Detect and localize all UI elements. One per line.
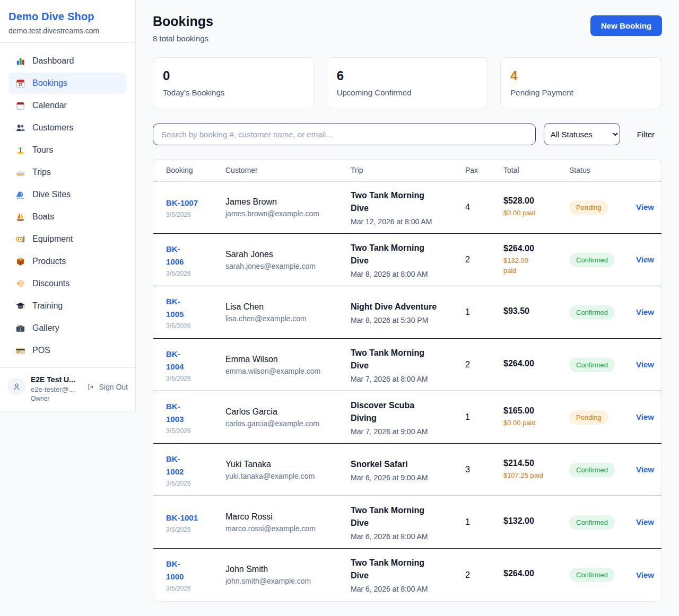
new-booking-button[interactable]: New Booking bbox=[590, 15, 662, 36]
stat-card-pending-payment: 4 Pending Payment bbox=[500, 57, 662, 109]
status-cell: Confirmed bbox=[569, 515, 636, 530]
actions-cell: View bbox=[636, 255, 654, 265]
col-trip: Trip bbox=[351, 166, 465, 174]
customer-email: marco.rossi@example.com bbox=[225, 524, 351, 533]
booking-id-link[interactable]: BK- 1006 bbox=[166, 243, 184, 268]
total-cell: $214.50 $107.25 paid bbox=[503, 459, 569, 481]
status-badge: Confirmed bbox=[569, 358, 615, 372]
customer-name: James Brown bbox=[225, 197, 351, 207]
col-total: Total bbox=[503, 166, 569, 174]
sidebar-item-dive-sites[interactable]: Dive Sites bbox=[8, 184, 127, 205]
trip-name: Snorkel Safari bbox=[351, 458, 465, 471]
view-link[interactable]: View bbox=[636, 255, 654, 264]
trip-cell: Night Dive Adventure Mar 8, 2026 at 5:30… bbox=[351, 301, 465, 324]
sidebar-item-label: Dashboard bbox=[32, 56, 74, 66]
status-badge: Pending bbox=[569, 200, 608, 215]
trip-name: Two Tank Morning Dive bbox=[351, 504, 465, 530]
col-pax: Pax bbox=[465, 166, 503, 174]
tag-icon bbox=[15, 278, 25, 289]
actions-cell: View bbox=[636, 360, 654, 369]
sidebar-item-label: Dive Sites bbox=[32, 190, 71, 199]
sidebar-item-dashboard[interactable]: Dashboard bbox=[8, 50, 127, 72]
view-link[interactable]: View bbox=[636, 360, 654, 369]
sidebar-item-trips[interactable]: Trips bbox=[8, 162, 127, 183]
view-link[interactable]: View bbox=[636, 517, 654, 526]
page-subtitle: 8 total bookings bbox=[153, 34, 213, 43]
sign-out-button[interactable]: Sign Out bbox=[87, 383, 128, 391]
status-badge: Confirmed bbox=[569, 515, 615, 530]
customer-email: james.brown@example.com bbox=[225, 209, 351, 218]
total-cell: $132.00 bbox=[503, 516, 569, 529]
booking-date: 3/5/2026 bbox=[166, 427, 225, 435]
sidebar-item-label: Tours bbox=[32, 145, 53, 155]
status-cell: Pending bbox=[569, 200, 636, 215]
actions-cell: View bbox=[636, 307, 654, 317]
pax-count: 1 bbox=[465, 307, 503, 317]
booking-id-link[interactable]: BK- 1002 bbox=[166, 453, 184, 478]
trip-cell: Two Tank Morning Dive Mar 6, 2026 at 8:0… bbox=[351, 557, 465, 593]
customer-name: Yuki Tanaka bbox=[225, 460, 351, 469]
booking-id-link[interactable]: BK- 1000 bbox=[166, 558, 184, 583]
customer-email: lisa.chen@example.com bbox=[225, 314, 351, 323]
sidebar-item-equipment[interactable]: Equipment bbox=[8, 228, 127, 250]
booking-cell: BK-1001 3/5/2026 bbox=[166, 512, 225, 533]
sidebar-item-label: Customers bbox=[32, 123, 73, 133]
view-link[interactable]: View bbox=[636, 570, 654, 579]
filter-label[interactable]: Filter bbox=[637, 130, 655, 139]
sidebar-item-label: Equipment bbox=[32, 234, 73, 244]
pax-count: 2 bbox=[465, 570, 503, 580]
col-customer: Customer bbox=[225, 166, 351, 174]
sidebar-item-pos[interactable]: POS bbox=[8, 340, 127, 361]
status-badge: Confirmed bbox=[569, 253, 615, 267]
page-header-text: Bookings 8 total bookings bbox=[153, 14, 213, 43]
trip-name: Two Tank Morning Dive bbox=[351, 242, 465, 267]
sidebar-item-customers[interactable]: Customers bbox=[8, 117, 127, 138]
booking-cell: BK- 1006 3/5/2026 bbox=[166, 243, 225, 277]
booking-id-link[interactable]: BK-1001 bbox=[166, 512, 198, 524]
customer-cell: James Brown james.brown@example.com bbox=[225, 197, 351, 218]
sidebar-item-boats[interactable]: Boats bbox=[8, 206, 127, 227]
sidebar-item-label: Bookings bbox=[32, 78, 67, 88]
sailboat-icon bbox=[15, 212, 25, 222]
col-booking: Booking bbox=[166, 166, 225, 174]
booking-id-link[interactable]: BK-1007 bbox=[166, 197, 198, 209]
sidebar-item-tours[interactable]: Tours bbox=[8, 139, 127, 161]
person-icon bbox=[12, 382, 21, 391]
trip-datetime: Mar 7, 2026 at 9:00 AM bbox=[351, 427, 465, 436]
trip-datetime: Mar 6, 2026 at 8:00 AM bbox=[351, 532, 465, 541]
stats-cards: 0 Today's Bookings 6 Upcoming Confirmed … bbox=[153, 57, 662, 109]
trip-cell: Two Tank Morning Dive Mar 8, 2026 at 8:0… bbox=[351, 242, 465, 278]
customer-name: Carlos Garcia bbox=[225, 407, 351, 417]
booking-id-link[interactable]: BK- 1004 bbox=[166, 348, 184, 373]
stat-value: 4 bbox=[510, 68, 652, 83]
sidebar-item-training[interactable]: Training bbox=[8, 295, 127, 316]
sign-out-label: Sign Out bbox=[99, 383, 128, 391]
sidebar-item-calendar[interactable]: Calendar bbox=[8, 95, 127, 116]
paid-amount: $132.00 paid bbox=[503, 256, 569, 276]
customer-cell: Marco Rossi marco.rossi@example.com bbox=[225, 512, 351, 533]
bookings-table: Booking Customer Trip Pax Total Status B… bbox=[153, 159, 662, 602]
actions-cell: View bbox=[636, 517, 654, 527]
sidebar-item-discounts[interactable]: Discounts bbox=[8, 273, 127, 294]
sidebar-item-products[interactable]: Products bbox=[8, 251, 127, 272]
total-amount: $93.50 bbox=[503, 306, 569, 316]
sidebar-item-bookings[interactable]: 17Bookings bbox=[8, 73, 127, 94]
table-header: Booking Customer Trip Pax Total Status bbox=[153, 160, 661, 181]
actions-cell: View bbox=[636, 570, 654, 580]
sidebar-item-gallery[interactable]: Gallery bbox=[8, 318, 127, 339]
table-row: BK- 1005 3/5/2026 Lisa Chen lisa.chen@ex… bbox=[153, 286, 661, 339]
view-link[interactable]: View bbox=[636, 203, 654, 212]
booking-id-link[interactable]: BK- 1003 bbox=[166, 400, 184, 426]
calendar-date-icon: 17 bbox=[15, 78, 25, 89]
col-status: Status bbox=[569, 166, 636, 174]
view-link[interactable]: View bbox=[636, 307, 654, 316]
view-link[interactable]: View bbox=[636, 412, 654, 421]
svg-text:17: 17 bbox=[18, 83, 22, 86]
total-cell: $264.00 $132.00 paid bbox=[503, 244, 569, 276]
view-link[interactable]: View bbox=[636, 465, 654, 474]
status-filter-select[interactable]: All Statuses bbox=[544, 123, 620, 145]
booking-date: 3/5/2026 bbox=[166, 526, 225, 533]
search-input[interactable] bbox=[153, 124, 536, 145]
sign-out-icon bbox=[87, 383, 95, 391]
booking-id-link[interactable]: BK- 1005 bbox=[166, 295, 184, 321]
